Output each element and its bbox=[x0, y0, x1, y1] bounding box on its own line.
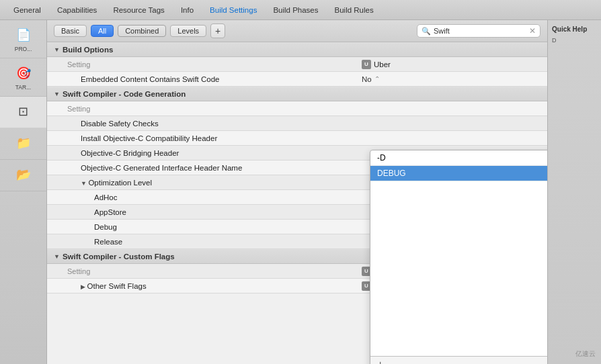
build-options-header-row: Setting U Uber bbox=[47, 57, 547, 72]
filter-bar: Basic All Combined Levels + 🔍 ✕ bbox=[47, 20, 547, 42]
sidebar-item-folder1[interactable]: 📁 bbox=[0, 128, 46, 160]
swift-code-gen-title: Swift Compiler - Code Generation bbox=[63, 90, 186, 98]
swift-code-gen-section-header[interactable]: ▼ Swift Compiler - Code Generation bbox=[47, 87, 547, 101]
tab-info[interactable]: Info bbox=[173, 3, 202, 17]
folder2-icon: 📂 bbox=[14, 165, 33, 184]
dropdown-footer: + − bbox=[370, 356, 547, 364]
embedded-content-row[interactable]: Embedded Content Contains Swift Code No … bbox=[47, 72, 547, 87]
other-swift-flags-triangle: ▶ bbox=[81, 283, 87, 290]
sidebar-project-label: PRO... bbox=[15, 46, 32, 52]
active-icon: ⊡ bbox=[14, 102, 33, 121]
dropdown-remove-button[interactable]: − bbox=[390, 359, 396, 364]
swift-code-gen-header-row: Setting bbox=[47, 101, 547, 116]
debug-label: Debug bbox=[47, 221, 356, 233]
embedded-content-label: Embedded Content Contains Swift Code bbox=[47, 73, 356, 85]
appstore-label: AppStore bbox=[47, 206, 356, 218]
disable-safety-checks-label: Disable Safety Checks bbox=[47, 118, 356, 130]
sidebar-target-label: TAR... bbox=[15, 84, 31, 91]
dropdown-popup: -D DEBUG + − bbox=[370, 150, 547, 364]
sidebar-item-project[interactable]: 📄 PRO... bbox=[0, 20, 46, 58]
quick-help-title: Quick Help bbox=[552, 26, 597, 33]
sidebar-item-active[interactable]: ⊡ bbox=[0, 97, 46, 128]
watermark: 亿速云 bbox=[575, 349, 596, 359]
swift-code-gen-value-header bbox=[356, 107, 547, 111]
install-objc-header-row[interactable]: Install Objective-C Compatibility Header bbox=[47, 131, 547, 146]
install-objc-header-label: Install Objective-C Compatibility Header bbox=[47, 132, 356, 144]
combined-filter-button[interactable]: Combined bbox=[118, 25, 166, 37]
setting-column-header: Setting bbox=[47, 58, 356, 71]
main-layout: 📄 PRO... 🎯 TAR... ⊡ 📁 📂 Basic All Combin… bbox=[0, 20, 601, 364]
sidebar-item-folder2[interactable]: 📂 bbox=[0, 160, 46, 191]
build-options-section-header[interactable]: ▼ Build Options bbox=[47, 42, 547, 57]
target-icon: 🎯 bbox=[14, 64, 33, 83]
swift-custom-flags-title: Swift Compiler - Custom Flags bbox=[63, 253, 175, 261]
embedded-content-value[interactable]: No ⌃ bbox=[356, 73, 547, 85]
uber-label: Uber bbox=[374, 60, 391, 69]
section-triangle-swift-code-gen: ▼ bbox=[54, 91, 60, 97]
tab-build-settings[interactable]: Build Settings bbox=[202, 3, 265, 17]
top-tab-bar: General Capabilities Resource Tags Info … bbox=[0, 0, 601, 20]
search-input[interactable] bbox=[434, 27, 526, 35]
uber-icon: U bbox=[362, 60, 371, 69]
embedded-content-no: No bbox=[362, 75, 372, 83]
settings-table: ▼ Build Options Setting U Uber Embedded … bbox=[47, 42, 547, 364]
sidebar: 📄 PRO... 🎯 TAR... ⊡ 📁 📂 bbox=[0, 20, 47, 364]
other-swift-flags-label: ▶ Other Swift Flags bbox=[47, 280, 356, 292]
dropdown-add-button[interactable]: + bbox=[377, 359, 383, 364]
tab-resource-tags[interactable]: Resource Tags bbox=[105, 3, 173, 17]
tab-capabilities[interactable]: Capabilities bbox=[49, 3, 105, 17]
sidebar-item-target[interactable]: 🎯 TAR... bbox=[0, 58, 46, 97]
disable-safety-checks-row[interactable]: Disable Safety Checks bbox=[47, 116, 547, 131]
search-clear-button[interactable]: ✕ bbox=[529, 26, 536, 36]
tab-build-rules[interactable]: Build Rules bbox=[327, 3, 382, 17]
dropdown-item-debug[interactable]: DEBUG bbox=[370, 166, 547, 181]
build-options-title: Build Options bbox=[63, 46, 113, 54]
dropdown-empty-area bbox=[370, 181, 547, 356]
install-objc-header-value bbox=[356, 136, 547, 140]
tab-general[interactable]: General bbox=[5, 3, 49, 17]
objc-bridging-header-label: Objective-C Bridging Header bbox=[47, 147, 356, 159]
tab-build-phases[interactable]: Build Phases bbox=[265, 3, 326, 17]
all-filter-button[interactable]: All bbox=[91, 25, 114, 37]
optimization-triangle: ▼ bbox=[81, 180, 88, 187]
objc-generated-interface-label: Objective-C Generated Interface Header N… bbox=[47, 162, 356, 174]
adhoc-label: AdHoc bbox=[47, 191, 356, 203]
section-triangle-build-options: ▼ bbox=[54, 46, 60, 53]
basic-filter-button[interactable]: Basic bbox=[54, 25, 87, 37]
add-setting-button[interactable]: + bbox=[210, 24, 225, 38]
disable-safety-checks-value bbox=[356, 122, 547, 126]
quick-help-panel: Quick Help D bbox=[547, 20, 601, 364]
custom-flags-setting-header: Setting bbox=[47, 265, 356, 277]
content-area: Basic All Combined Levels + 🔍 ✕ ▼ Build … bbox=[47, 20, 547, 364]
embedded-content-stepper[interactable]: ⌃ bbox=[374, 75, 380, 83]
project-icon: 📄 bbox=[14, 26, 33, 44]
levels-filter-button[interactable]: Levels bbox=[170, 25, 206, 37]
dropdown-item-d[interactable]: -D bbox=[370, 150, 547, 166]
section-triangle-swift-custom-flags: ▼ bbox=[54, 253, 60, 260]
optimization-level-label: ▼ Optimization Level bbox=[47, 177, 356, 189]
release-label: Release bbox=[47, 236, 356, 248]
quick-help-item-d: D bbox=[552, 37, 597, 45]
search-box: 🔍 ✕ bbox=[417, 24, 540, 38]
swift-setting-column-header: Setting bbox=[47, 103, 356, 115]
uber-column-header: U Uber bbox=[356, 58, 547, 71]
folder1-icon: 📁 bbox=[14, 134, 33, 152]
search-icon: 🔍 bbox=[422, 27, 431, 36]
